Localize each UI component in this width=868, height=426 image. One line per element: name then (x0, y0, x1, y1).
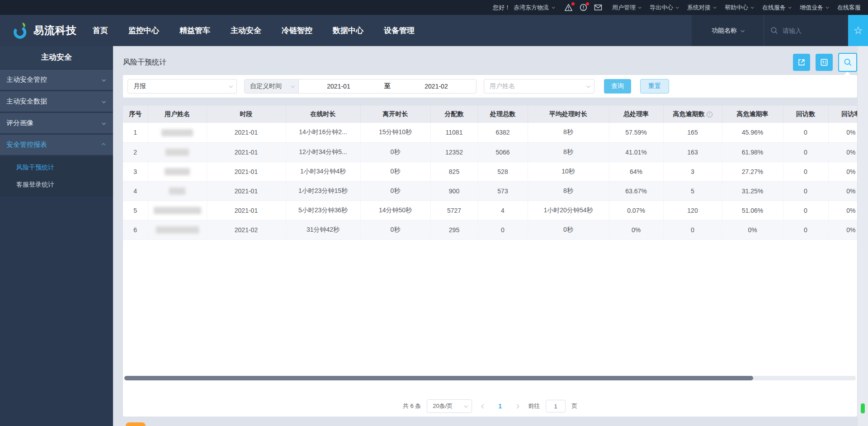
chevron-right-icon (514, 404, 519, 408)
envelope-icon[interactable] (594, 4, 602, 11)
cell-user-name (148, 220, 207, 239)
warning-triangle-icon[interactable] (564, 4, 573, 11)
query-button[interactable]: 查询 (604, 79, 631, 94)
date-to-input[interactable] (396, 83, 476, 90)
column-header: 回访数 (783, 106, 828, 123)
table-cell: 41.01% (609, 142, 663, 162)
topbar-menu-item[interactable]: 导出中心 (650, 4, 678, 12)
sidebar-group[interactable]: 主动安全数据 (0, 91, 113, 112)
chevron-down-icon (464, 404, 468, 407)
sidebar-group-label: 评分画像 (6, 119, 33, 127)
topbar-menu-label: 增值业务 (800, 4, 823, 12)
info-icon[interactable]: ! (707, 112, 712, 117)
cell-index: 2 (123, 142, 148, 162)
nav-item[interactable]: 精益管车 (179, 25, 210, 36)
prev-page-button[interactable] (478, 400, 489, 412)
open-external-button[interactable] (793, 54, 810, 71)
topbar-menu-item[interactable]: 用户管理 (612, 4, 641, 12)
table-cell: 0秒 (360, 220, 430, 239)
time-mode-select[interactable]: 自定义时间 (245, 80, 299, 93)
column-header: 分配数 (430, 106, 478, 123)
table-cell: 0% (828, 162, 857, 181)
table-cell: 27.27% (722, 162, 783, 181)
chevron-down-icon (751, 5, 754, 9)
column-header-label: 高危逾期数 (673, 110, 705, 117)
column-header: 回访率 (828, 106, 857, 123)
column-header-label: 回访数 (796, 110, 815, 117)
sidebar-group-label: 安全管控报表 (6, 140, 47, 149)
table-cell: 1小时20分钟54秒 (528, 201, 609, 220)
sidebar-group[interactable]: 主动安全管控 (0, 70, 113, 90)
goto-label: 前往 (528, 402, 540, 410)
notification-badge (571, 2, 575, 5)
sidebar-group[interactable]: 安全管控报表 (0, 135, 113, 155)
favorite-button[interactable]: ☆ (848, 15, 868, 46)
table-cell: 31.25% (722, 181, 783, 201)
table-cell: 2021-01 (207, 123, 286, 142)
topbar-menu-item[interactable]: 增值业务 (800, 4, 828, 12)
table-body: 12021-0114小时16分钟2...15分钟10秒1108163828秒57… (123, 123, 857, 239)
goto-page-input[interactable] (546, 400, 566, 412)
chevron-down-icon (788, 5, 792, 9)
horizontal-scrollbar-thumb[interactable] (124, 376, 753, 380)
function-name-dropdown[interactable]: 功能名称 (692, 15, 764, 46)
nav-search (764, 15, 848, 46)
sidebar-submenu-item[interactable]: 风险干预统计 (0, 159, 113, 176)
table-cell: 120 (663, 201, 722, 220)
topbar-menu-item[interactable]: 系统对接 (687, 4, 716, 12)
logo[interactable]: 易流科技 (0, 22, 93, 40)
topbar-menu-label: 用户管理 (612, 4, 636, 12)
table-cell: 2021-01 (207, 201, 286, 220)
column-header-label: 回访率 (841, 110, 857, 117)
chevron-up-icon (102, 143, 105, 146)
nav-item[interactable]: 设备管理 (384, 25, 415, 36)
cell-index: 3 (123, 162, 148, 181)
topbar-menu-item[interactable]: 帮助中心 (725, 4, 753, 12)
table-cell: 825 (430, 162, 478, 181)
table-row: 62021-0231分钟42秒0秒29500秒0%00%00% (123, 220, 857, 239)
vertical-scrollbar-thumb[interactable] (861, 403, 865, 413)
column-header: 高危逾期率 (722, 106, 783, 123)
table-cell: 15分钟10秒 (360, 123, 430, 142)
nav-item[interactable]: 监控中心 (128, 25, 159, 36)
nav-item[interactable]: 主动安全 (231, 25, 261, 36)
user-name-select[interactable]: 用户姓名 (484, 79, 594, 94)
date-range-control: 自定义时间 至 (244, 79, 476, 94)
nav-item[interactable]: 首页 (93, 25, 108, 36)
account-dropdown[interactable]: 您好！ 赤湾东方物流 (493, 4, 554, 12)
column-header: 高危逾期数! (663, 106, 722, 123)
table-cell: 2021-01 (207, 162, 286, 181)
nav-item[interactable]: 数据中心 (333, 25, 363, 36)
column-header-label: 在线时长 (311, 110, 336, 117)
page-size-select[interactable]: 20条/页 (427, 399, 472, 413)
star-icon: ☆ (854, 25, 863, 36)
table-cell: 0 (783, 181, 828, 201)
table-cell: 0秒 (360, 162, 430, 181)
filter-panel: 月报 自定义时间 至 用户姓名 查询 重置 (123, 75, 857, 98)
column-header: 用户姓名 (148, 106, 207, 123)
table-cell: 5 (663, 181, 722, 201)
nav-item[interactable]: 冷链智控 (282, 25, 312, 36)
next-page-button[interactable] (511, 400, 522, 412)
search-input[interactable] (783, 27, 832, 34)
reset-button[interactable]: 重置 (640, 79, 669, 94)
sidebar-group-label: 主动安全管控 (6, 75, 47, 84)
column-header-label: 处理总数 (490, 110, 515, 117)
vertical-scrollbar-track (857, 46, 868, 426)
table-cell: 0秒 (528, 220, 609, 239)
total-count: 共 6 条 (403, 402, 421, 410)
report-type-select[interactable]: 月报 (127, 79, 237, 94)
current-page[interactable]: 1 (495, 403, 505, 410)
sidebar-group[interactable]: 评分画像 (0, 113, 113, 133)
report-list-button[interactable] (816, 54, 833, 71)
topbar-menu-item[interactable]: 在线客服 (837, 4, 861, 12)
table-cell: 0 (783, 201, 828, 220)
logo-text: 易流科技 (33, 23, 77, 37)
sidebar-submenu-item[interactable]: 客服登录统计 (0, 176, 113, 193)
table-cell: 0% (828, 181, 857, 201)
topbar-menu-item[interactable]: 在线服务 (762, 4, 791, 12)
alert-circle-icon[interactable] (580, 4, 587, 11)
cell-user-name (148, 142, 207, 162)
date-from-input[interactable] (299, 83, 378, 90)
search-filter-button[interactable] (838, 53, 857, 72)
